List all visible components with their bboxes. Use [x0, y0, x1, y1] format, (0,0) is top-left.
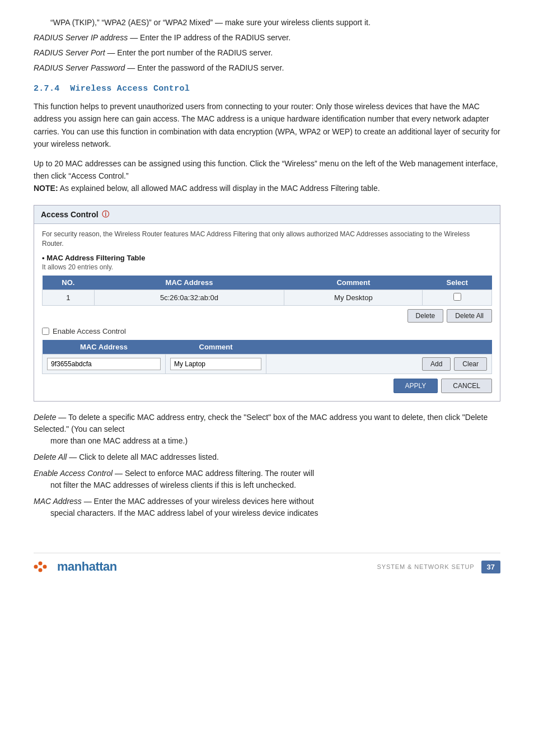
desc-item-enable: Enable Access Control — Select to enforc… — [34, 468, 500, 491]
delete-all-button[interactable]: Delete All — [447, 309, 492, 323]
page-number-badge: 37 — [481, 561, 500, 573]
page-footer: manhattan SYSTEM & NETWORK SETUP 37 — [34, 553, 500, 575]
ac-body: For security reason, the Wireless Router… — [34, 224, 500, 402]
apply-button[interactable]: APPLY — [394, 379, 438, 393]
mac-input-table: MAC Address Comment Add C — [42, 340, 492, 374]
add-button[interactable]: Add — [422, 357, 451, 371]
clear-button[interactable]: Clear — [454, 357, 487, 371]
footer-logo: manhattan — [34, 559, 117, 575]
note-text: As explained below, all allowed MAC addr… — [60, 184, 380, 193]
comment-input[interactable] — [170, 358, 261, 370]
mac-address-input[interactable] — [47, 358, 161, 370]
input-col-header-actions — [266, 340, 492, 354]
body-paragraph1: This function helps to prevent unauthori… — [34, 100, 500, 151]
footer-right: SYSTEM & NETWORK SETUP 37 — [377, 561, 500, 573]
logo-text: manhattan — [57, 559, 117, 574]
ac-title-bar: Access Control ⓘ — [34, 206, 500, 224]
cancel-button[interactable]: CANCEL — [441, 379, 492, 393]
desc-body-delete: — To delete a specific MAC address entry… — [34, 413, 488, 433]
desc-item-mac-address: MAC Address — Enter the MAC addresses of… — [34, 496, 500, 519]
col-header-comment: Comment — [284, 276, 423, 290]
input-table-row: Add Clear — [43, 354, 492, 374]
ac-description: For security reason, the Wireless Router… — [42, 230, 492, 249]
svg-point-1 — [39, 562, 43, 566]
row-select-checkbox[interactable] — [453, 293, 461, 301]
manhattan-logo-dots — [34, 559, 54, 575]
col-header-mac: MAC Address — [94, 276, 284, 290]
body-paragraph2: Up to 20 MAC addresses can be assigned u… — [34, 157, 500, 195]
svg-point-0 — [34, 565, 38, 569]
desc-body-enable: — Select to enforce MAC address filterin… — [115, 469, 314, 478]
section-heading: 2.7.4 Wireless Access Control — [34, 84, 500, 94]
ac-bullet-label: • MAC Address Filtering Table — [42, 254, 492, 262]
desc-item-delete-all: Delete All — Click to delete all MAC add… — [34, 451, 500, 463]
input-mac-cell — [43, 354, 166, 374]
radius-pass-line: RADIUS Server Password — Enter the passw… — [34, 62, 500, 74]
row-select-cell[interactable] — [423, 290, 492, 306]
row-mac: 5c:26:0a:32:ab:0d — [94, 290, 284, 306]
input-comment-cell — [166, 354, 266, 374]
apply-cancel-row: APPLY CANCEL — [42, 379, 492, 393]
desc-term-delete: Delete — [34, 413, 56, 422]
ac-title-text: Access Control — [41, 210, 99, 219]
add-clear-cell: Add Clear — [266, 354, 492, 374]
delete-row: Delete Delete All — [42, 309, 492, 323]
svg-point-3 — [43, 565, 47, 569]
radius-ip-line: RADIUS Server IP address — Enter the IP … — [34, 32, 500, 44]
mac-table-header-row: NO. MAC Address Comment Select — [43, 276, 492, 290]
input-col-header-mac: MAC Address — [43, 340, 166, 354]
desc-body-delete-cont: more than one MAC address at a time.) — [50, 435, 500, 447]
note-label: NOTE: — [34, 184, 58, 193]
access-control-box: Access Control ⓘ For security reason, th… — [34, 205, 500, 402]
col-header-select: Select — [423, 276, 492, 290]
input-col-header-comment: Comment — [166, 340, 266, 354]
desc-item-delete: Delete — To delete a specific MAC addres… — [34, 412, 500, 447]
desc-term-mac-address: MAC Address — [34, 497, 82, 506]
radius-port-line: RADIUS Server Port — Enter the port numb… — [34, 47, 500, 59]
intro-quote: “WPA (TKIP),” “WPA2 (AES)” or “WPA2 Mixe… — [50, 17, 500, 29]
mac-filtering-table: NO. MAC Address Comment Select 1 5c:26:0… — [42, 276, 492, 306]
description-list: Delete — To delete a specific MAC addres… — [34, 412, 500, 519]
desc-body-mac-address: — Enter the MAC addresses of your wirele… — [84, 497, 314, 506]
desc-body-enable-cont: not filter the MAC addresses of wireless… — [50, 479, 500, 491]
row-comment: My Desktop — [284, 290, 423, 306]
enable-access-control-row: Enable Access Control — [42, 327, 492, 335]
input-table-header-row: MAC Address Comment — [43, 340, 492, 354]
footer-system-text: SYSTEM & NETWORK SETUP — [377, 563, 475, 570]
delete-button[interactable]: Delete — [407, 309, 444, 323]
col-header-no: NO. — [43, 276, 95, 290]
intro-block: “WPA (TKIP),” “WPA2 (AES)” or “WPA2 Mixe… — [34, 17, 500, 74]
enable-access-control-checkbox[interactable] — [42, 328, 49, 335]
desc-body-mac-address-cont: special characters. If the MAC address l… — [50, 507, 500, 519]
desc-term-enable: Enable Access Control — [34, 469, 113, 478]
ac-bullet-sub: It allows 20 entries only. — [42, 263, 492, 271]
enable-access-control-label: Enable Access Control — [53, 327, 126, 335]
desc-body-delete-all: — Click to delete all MAC addresses list… — [69, 452, 219, 461]
row-no: 1 — [43, 290, 95, 306]
info-icon: ⓘ — [102, 209, 109, 220]
table-row: 1 5c:26:0a:32:ab:0d My Desktop — [43, 290, 492, 306]
svg-point-2 — [39, 568, 43, 572]
desc-term-delete-all: Delete All — [34, 452, 67, 461]
